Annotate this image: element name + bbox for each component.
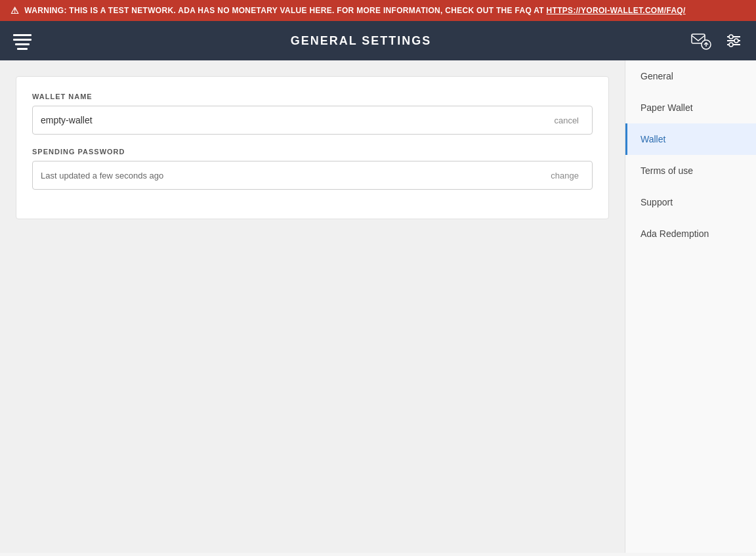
- settings-button[interactable]: [722, 29, 746, 53]
- warning-text: WARNING: THIS IS A TEST NETWORK. ADA HAS…: [24, 6, 685, 15]
- svg-point-10: [729, 35, 733, 39]
- warning-link[interactable]: HTTPS://YOROI-WALLET.COM/FAQ/: [547, 6, 686, 15]
- svg-rect-3: [17, 48, 28, 50]
- sidebar-item-ada-redemption[interactable]: Ada Redemption: [625, 218, 756, 249]
- spending-password-label: SPENDING PASSWORD: [32, 148, 593, 156]
- wallet-name-input[interactable]: [41, 115, 549, 125]
- settings-icon: [724, 32, 743, 50]
- spending-password-status: Last updated a few seconds ago: [41, 171, 545, 181]
- navbar-actions: [688, 28, 746, 54]
- sidebar-item-terms-of-use[interactable]: Terms of use: [625, 155, 756, 186]
- svg-rect-0: [13, 34, 32, 36]
- sidebar: General Paper Wallet Wallet Terms of use…: [625, 60, 756, 553]
- warning-message: WARNING: THIS IS A TEST NETWORK. ADA HAS…: [24, 6, 546, 15]
- svg-rect-2: [15, 43, 30, 45]
- change-password-button[interactable]: change: [545, 168, 584, 183]
- content-area: WALLET NAME cancel SPENDING PASSWORD Las…: [0, 60, 625, 553]
- logo: [10, 29, 34, 53]
- logo-icon: [10, 29, 34, 53]
- navbar: GENERAL SETTINGS: [0, 21, 756, 60]
- cancel-button[interactable]: cancel: [549, 113, 584, 128]
- svg-point-11: [734, 39, 738, 43]
- spending-password-group: SPENDING PASSWORD Last updated a few sec…: [32, 148, 593, 190]
- main-layout: WALLET NAME cancel SPENDING PASSWORD Las…: [0, 60, 756, 553]
- wallet-name-label: WALLET NAME: [32, 93, 593, 100]
- sidebar-item-paper-wallet[interactable]: Paper Wallet: [625, 92, 756, 123]
- sidebar-item-general[interactable]: General: [625, 60, 756, 92]
- warning-icon: ⚠: [10, 5, 19, 16]
- page-title: GENERAL SETTINGS: [34, 34, 688, 48]
- sidebar-item-wallet[interactable]: Wallet: [625, 123, 756, 155]
- wallet-name-input-row: cancel: [32, 106, 593, 135]
- wallet-actions-icon: [690, 30, 711, 51]
- spending-password-row: Last updated a few seconds ago change: [32, 161, 593, 190]
- wallet-name-group: WALLET NAME cancel: [32, 93, 593, 135]
- svg-rect-1: [13, 39, 32, 41]
- svg-point-12: [729, 43, 733, 47]
- warning-banner: ⚠ WARNING: THIS IS A TEST NETWORK. ADA H…: [0, 0, 756, 21]
- send-receive-button[interactable]: [688, 28, 714, 54]
- sidebar-item-support[interactable]: Support: [625, 186, 756, 218]
- settings-card: WALLET NAME cancel SPENDING PASSWORD Las…: [16, 76, 609, 219]
